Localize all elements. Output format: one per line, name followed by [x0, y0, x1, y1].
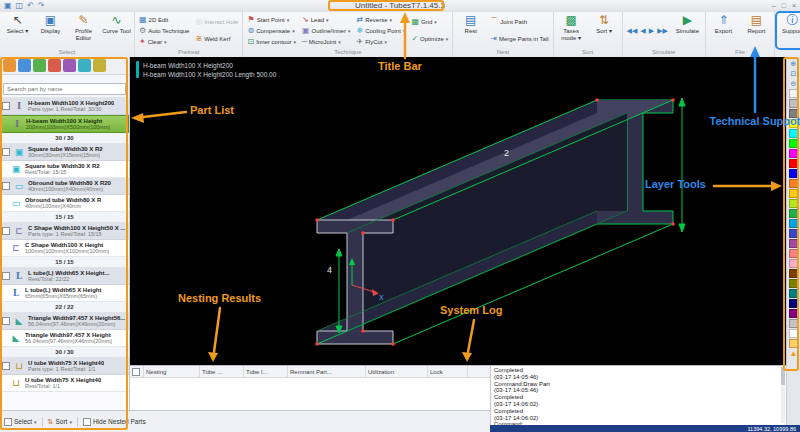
layer-color-swatch[interactable] [789, 299, 798, 308]
layer-color-swatch[interactable] [789, 89, 798, 98]
auto-technique-button[interactable]: ⚙Auto Technique [137, 25, 191, 36]
part-checkbox[interactable] [2, 317, 10, 325]
curve-tool-button[interactable]: ∿Curve Tool [101, 13, 132, 48]
compensate-button[interactable]: ⊚Compensate▾ [245, 25, 298, 36]
part-checkbox[interactable] [2, 102, 10, 110]
part-checkbox[interactable] [2, 272, 10, 280]
column-header-lock[interactable]: Lock [428, 366, 468, 377]
draw-part-icon[interactable] [33, 59, 46, 72]
layer-color-swatch[interactable] [789, 289, 798, 298]
part-group-row[interactable]: ⊏C Shape Width100 X Height50 X ...Parts … [0, 223, 129, 240]
part-group-row[interactable]: ▭Obround tube Width80 X R2040mm(100mm)X4… [0, 178, 129, 195]
delete-part-icon[interactable] [48, 59, 61, 72]
step-back-button[interactable]: ◀◀ [627, 27, 638, 35]
back-button[interactable]: ◀ [640, 27, 645, 35]
maximize-button[interactable]: □ [782, 1, 786, 11]
start-point-button[interactable]: ⚑Start Point▾ [245, 14, 298, 25]
interact-hole-button[interactable]: ◎Interact Hole [193, 17, 240, 28]
scroll-up-icon[interactable]: ▲ [790, 349, 798, 358]
search-input[interactable] [3, 83, 126, 95]
inner-contour-button[interactable]: ⊡Inner contour▾ [245, 36, 298, 47]
layer-color-swatch[interactable] [789, 99, 798, 108]
part-item-row[interactable]: ▭Obround tube Width80 X R40mm(100mm)X40m… [0, 195, 129, 212]
cooling-point-button[interactable]: ❄Cooling Point▾ [354, 25, 407, 36]
layer-color-swatch[interactable] [789, 339, 798, 348]
layer-color-swatch[interactable] [789, 189, 798, 198]
merge-parts-in-tail-button[interactable]: ⇥Merge Parts in Tail [488, 33, 550, 44]
report-button[interactable]: ▤Report [741, 13, 772, 48]
layer-color-swatch[interactable] [789, 329, 798, 338]
new-part-icon[interactable] [3, 59, 16, 72]
simulate-button[interactable]: ▶Simulate [672, 13, 703, 48]
column-header-nesting[interactable]: Nesting [144, 366, 200, 377]
reverse-button[interactable]: ⇄Reverse▾ [354, 14, 407, 25]
forward-button[interactable]: ▶ [649, 27, 654, 35]
column-header-checkbox[interactable] [130, 366, 144, 377]
part-item-row[interactable]: ▣Square tube Width30 X R2Rest/Total: 15/… [0, 161, 129, 178]
column-header-tube-l[interactable]: Tube l... [244, 366, 288, 377]
display-button[interactable]: ▣Display [35, 13, 66, 48]
minimize-button[interactable]: – [772, 1, 776, 11]
layer-color-swatch[interactable] [789, 249, 798, 258]
layer-color-swatch[interactable] [789, 269, 798, 278]
viewport-3d[interactable]: 2 4 X H-beam Width100 X Height200 H-beam… [130, 57, 786, 365]
layer-color-swatch[interactable] [789, 279, 798, 288]
hide-nested-parts-toggle[interactable]: Hide Nested Parts [83, 418, 146, 426]
step-forward-button[interactable]: ▶▶ [657, 27, 668, 35]
layer-color-swatch[interactable] [789, 219, 798, 228]
select-button[interactable]: Select ▾ [4, 418, 37, 426]
header-checkbox[interactable] [132, 368, 140, 376]
part-item-row[interactable]: LL tube(L) Width65 X Height65mm(65mm)X65… [0, 285, 129, 302]
layer-color-swatch[interactable] [789, 239, 798, 248]
support-button[interactable]: ⓘSupport [777, 13, 800, 48]
outline-inner-button[interactable]: ▣Outline/Inner▾ [300, 25, 352, 36]
part-item-row[interactable]: ◣Triangle Width97.457 X Height56.04mm(97… [0, 330, 129, 347]
sort-button[interactable]: ⇅ Sort ▾ [48, 418, 72, 426]
part-item-row[interactable]: ⊔U tube Width75 X Height40Rest/Total: 1/… [0, 375, 129, 392]
layer-color-swatch[interactable] [789, 209, 798, 218]
layer-color-swatch[interactable] [789, 179, 798, 188]
clear-button[interactable]: ✦Clear▾ [137, 36, 191, 47]
refresh-part-icon[interactable] [93, 59, 106, 72]
weld-kerf-button[interactable]: ≋Weld Kerf [193, 33, 240, 44]
library-part-icon[interactable] [78, 59, 91, 72]
layer-color-swatch[interactable] [789, 319, 798, 328]
part-group-row[interactable]: ◣Triangle Width97.457 X Height56...56.04… [0, 313, 129, 330]
part-group-row[interactable]: IH-beam Width100 X Height200Parts type: … [0, 98, 129, 115]
part-group-row[interactable]: ▣Square tube Width30 X R230mm(30mm)X15mm… [0, 144, 129, 161]
microjoint-button[interactable]: ┄MicroJoint▾ [300, 36, 352, 47]
import-part-icon[interactable] [18, 59, 31, 72]
part-group-row[interactable]: LL tube(L) Width65 X Height...Rest/Total… [0, 268, 129, 285]
copy-part-icon[interactable] [63, 59, 76, 72]
export-button[interactable]: ⇑Export [708, 13, 739, 48]
layer-color-swatch[interactable] [789, 159, 798, 168]
part-item-row[interactable]: IH-beam Width100 X Height200mm(100mm)X50… [0, 115, 129, 133]
close-button[interactable]: × [792, 1, 796, 11]
layer-color-swatch[interactable] [789, 259, 798, 268]
part-checkbox[interactable] [2, 182, 10, 190]
part-checkbox[interactable] [2, 362, 10, 370]
part-checkbox[interactable] [2, 227, 10, 235]
layer-color-swatch[interactable] [789, 119, 798, 128]
zoom-in-icon[interactable]: ⊕ [791, 59, 797, 68]
column-header-tube[interactable]: Tube ... [200, 366, 244, 377]
flycut-button[interactable]: ✈FlyCut▾ [354, 36, 407, 47]
grid-button[interactable]: ▦Grid▾ [409, 17, 450, 28]
layer-color-swatch[interactable] [789, 109, 798, 118]
layer-color-swatch[interactable] [789, 149, 798, 158]
layer-color-swatch[interactable] [789, 309, 798, 318]
zoom-out-icon[interactable]: ⊖ [791, 79, 797, 88]
column-header-remnant-part[interactable]: Remnant Part... [288, 366, 366, 377]
layer-color-swatch[interactable] [789, 199, 798, 208]
taxes-mode-button[interactable]: ▩Taxes mode ▾ [556, 13, 587, 48]
part-checkbox[interactable] [2, 148, 10, 156]
joint-path-button[interactable]: ⌒Joint Path [488, 17, 550, 28]
lead-button[interactable]: ↘Lead▾ [300, 14, 352, 25]
column-header-utilization[interactable]: Utilization [366, 366, 428, 377]
optimize-button[interactable]: ✓Optimize▾ [409, 33, 450, 44]
sort-button[interactable]: ⇅Sort ▾ [589, 13, 620, 48]
layer-color-swatch[interactable] [789, 229, 798, 238]
part-item-row[interactable]: ⊏C Shape Width100 X Height100mm(100mm)X1… [0, 240, 129, 257]
log-scrollbar-thumb[interactable] [781, 367, 785, 385]
part-group-row[interactable]: ⊔U tube Width75 X Height40Parts type: 1 … [0, 358, 129, 375]
